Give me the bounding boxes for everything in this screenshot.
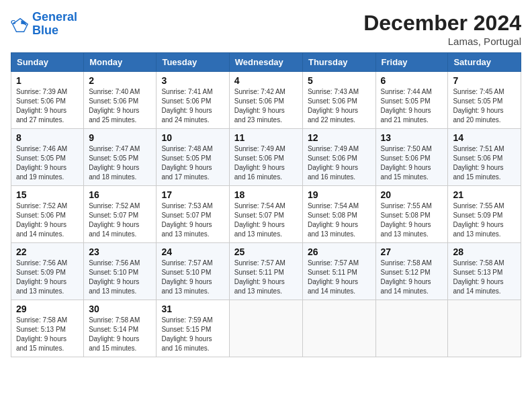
day-detail: Sunrise: 7:56 AM Sunset: 5:10 PM Dayligh… [89,259,151,296]
day-number: 17 [161,189,224,200]
day-detail: Sunrise: 7:49 AM Sunset: 5:06 PM Dayligh… [308,144,371,182]
day-detail: Sunrise: 7:41 AM Sunset: 5:06 PM Dayligh… [161,87,224,125]
day-detail: Sunrise: 7:48 AM Sunset: 5:05 PM Dayligh… [161,144,224,182]
day-header-wednesday: Wednesday [229,53,302,72]
day-number: 5 [308,75,371,86]
calendar-cell: 29Sunrise: 7:58 AM Sunset: 5:13 PM Dayli… [11,300,84,357]
day-number: 6 [381,75,443,86]
day-detail: Sunrise: 7:57 AM Sunset: 5:11 PM Dayligh… [308,259,371,296]
day-detail: Sunrise: 7:39 AM Sunset: 5:06 PM Dayligh… [16,87,79,125]
day-detail: Sunrise: 7:58 AM Sunset: 5:14 PM Dayligh… [89,316,151,353]
calendar-cell: 15Sunrise: 7:52 AM Sunset: 5:06 PM Dayli… [11,186,84,243]
calendar-cell: 3Sunrise: 7:41 AM Sunset: 5:06 PM Daylig… [157,72,229,129]
calendar-cell: 1Sunrise: 7:39 AM Sunset: 5:06 PM Daylig… [11,72,84,129]
calendar-cell: 5Sunrise: 7:43 AM Sunset: 5:06 PM Daylig… [302,72,375,129]
day-number: 23 [89,246,151,257]
calendar-cell: 30Sunrise: 7:58 AM Sunset: 5:14 PM Dayli… [84,300,157,357]
calendar-cell: 12Sunrise: 7:49 AM Sunset: 5:06 PM Dayli… [302,129,375,186]
day-header-friday: Friday [375,53,448,72]
day-header-saturday: Saturday [448,53,521,72]
day-detail: Sunrise: 7:54 AM Sunset: 5:07 PM Dayligh… [234,201,298,239]
calendar-cell: 19Sunrise: 7:54 AM Sunset: 5:08 PM Dayli… [302,186,375,243]
day-detail: Sunrise: 7:43 AM Sunset: 5:06 PM Dayligh… [308,87,371,125]
day-number: 8 [16,132,79,143]
calendar-cell: 31Sunrise: 7:59 AM Sunset: 5:15 PM Dayli… [157,300,229,357]
day-detail: Sunrise: 7:55 AM Sunset: 5:08 PM Dayligh… [381,201,443,239]
logo-icon: G [11,15,30,34]
day-detail: Sunrise: 7:52 AM Sunset: 5:07 PM Dayligh… [89,201,151,239]
month-title: December 2024 [363,11,521,36]
week-row-5: 29Sunrise: 7:58 AM Sunset: 5:13 PM Dayli… [11,300,521,357]
calendar-cell: 27Sunrise: 7:58 AM Sunset: 5:12 PM Dayli… [375,243,448,300]
week-row-1: 1Sunrise: 7:39 AM Sunset: 5:06 PM Daylig… [11,72,521,129]
day-number: 24 [161,246,224,257]
day-detail: Sunrise: 7:54 AM Sunset: 5:08 PM Dayligh… [308,201,371,239]
calendar-cell: 16Sunrise: 7:52 AM Sunset: 5:07 PM Dayli… [84,186,157,243]
day-detail: Sunrise: 7:57 AM Sunset: 5:10 PM Dayligh… [161,259,224,296]
day-number: 30 [89,304,151,314]
day-header-monday: Monday [84,53,157,72]
day-header-thursday: Thursday [302,53,375,72]
day-number: 2 [89,75,151,86]
calendar-cell: 20Sunrise: 7:55 AM Sunset: 5:08 PM Dayli… [375,186,448,243]
logo-general: General [32,11,77,24]
calendar-cell: 6Sunrise: 7:44 AM Sunset: 5:05 PM Daylig… [375,72,448,129]
day-number: 31 [161,304,224,314]
day-detail: Sunrise: 7:51 AM Sunset: 5:06 PM Dayligh… [453,144,516,182]
calendar-cell: 23Sunrise: 7:56 AM Sunset: 5:10 PM Dayli… [84,243,157,300]
calendar-cell: 13Sunrise: 7:50 AM Sunset: 5:06 PM Dayli… [375,129,448,186]
calendar-cell: 22Sunrise: 7:56 AM Sunset: 5:09 PM Dayli… [11,243,84,300]
day-detail: Sunrise: 7:57 AM Sunset: 5:11 PM Dayligh… [234,259,298,296]
calendar-cell: 7Sunrise: 7:45 AM Sunset: 5:05 PM Daylig… [448,72,521,129]
day-number: 16 [89,189,151,200]
day-detail: Sunrise: 7:58 AM Sunset: 5:12 PM Dayligh… [381,259,443,296]
day-header-tuesday: Tuesday [157,53,229,72]
day-number: 26 [308,246,371,257]
calendar-cell: 24Sunrise: 7:57 AM Sunset: 5:10 PM Dayli… [157,243,229,300]
day-number: 21 [453,189,516,200]
day-number: 9 [89,132,151,143]
day-number: 14 [453,132,516,143]
day-number: 15 [16,189,79,200]
calendar-cell: 2Sunrise: 7:40 AM Sunset: 5:06 PM Daylig… [84,72,157,129]
title-block: December 2024 Lamas, Portugal [363,11,521,47]
day-detail: Sunrise: 7:53 AM Sunset: 5:07 PM Dayligh… [161,201,224,239]
day-detail: Sunrise: 7:56 AM Sunset: 5:09 PM Dayligh… [16,259,79,296]
calendar-cell: 8Sunrise: 7:46 AM Sunset: 5:05 PM Daylig… [11,129,84,186]
page-header: G General Blue December 2024 Lamas, Port… [11,11,521,47]
week-row-3: 15Sunrise: 7:52 AM Sunset: 5:06 PM Dayli… [11,186,521,243]
day-detail: Sunrise: 7:40 AM Sunset: 5:06 PM Dayligh… [89,87,151,125]
day-number: 25 [234,246,298,257]
day-number: 20 [381,189,443,200]
day-number: 4 [234,75,298,86]
day-number: 13 [381,132,443,143]
calendar-cell: 10Sunrise: 7:48 AM Sunset: 5:05 PM Dayli… [157,129,229,186]
calendar-cell [375,300,448,357]
day-detail: Sunrise: 7:50 AM Sunset: 5:06 PM Dayligh… [381,144,443,182]
calendar-cell: 28Sunrise: 7:58 AM Sunset: 5:13 PM Dayli… [448,243,521,300]
day-number: 27 [381,246,443,257]
calendar-cell: 26Sunrise: 7:57 AM Sunset: 5:11 PM Dayli… [302,243,375,300]
day-number: 19 [308,189,371,200]
day-number: 29 [16,304,79,314]
calendar-cell: 11Sunrise: 7:49 AM Sunset: 5:06 PM Dayli… [229,129,302,186]
logo-blue: Blue [32,24,77,38]
calendar-cell [302,300,375,357]
calendar-header-row: SundayMondayTuesdayWednesdayThursdayFrid… [11,53,521,72]
calendar-cell: 17Sunrise: 7:53 AM Sunset: 5:07 PM Dayli… [157,186,229,243]
calendar-cell: 9Sunrise: 7:47 AM Sunset: 5:05 PM Daylig… [84,129,157,186]
day-detail: Sunrise: 7:52 AM Sunset: 5:06 PM Dayligh… [16,201,79,239]
day-detail: Sunrise: 7:44 AM Sunset: 5:05 PM Dayligh… [381,87,443,125]
day-number: 7 [453,75,516,86]
calendar-cell: 25Sunrise: 7:57 AM Sunset: 5:11 PM Dayli… [229,243,302,300]
day-detail: Sunrise: 7:59 AM Sunset: 5:15 PM Dayligh… [161,316,224,353]
week-row-2: 8Sunrise: 7:46 AM Sunset: 5:05 PM Daylig… [11,129,521,186]
calendar-cell: 18Sunrise: 7:54 AM Sunset: 5:07 PM Dayli… [229,186,302,243]
day-number: 11 [234,132,298,143]
location: Lamas, Portugal [363,36,521,47]
day-number: 3 [161,75,224,86]
calendar-cell [448,300,521,357]
week-row-4: 22Sunrise: 7:56 AM Sunset: 5:09 PM Dayli… [11,243,521,300]
logo: G General Blue [11,11,77,38]
day-detail: Sunrise: 7:58 AM Sunset: 5:13 PM Dayligh… [453,259,516,296]
